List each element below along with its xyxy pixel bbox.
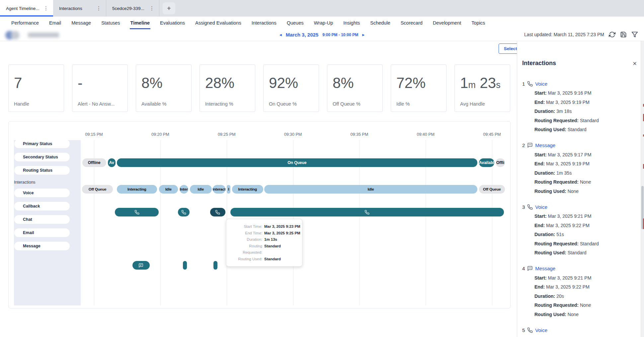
voice-interaction-bar[interactable] <box>178 208 190 216</box>
browser-tab-bar: Agent Timeline... ⋮ Interactions ⋮ 5cedc… <box>0 0 644 17</box>
routing-status-bar[interactable]: Interact <box>213 185 225 194</box>
refresh-icon[interactable] <box>609 31 615 38</box>
kebab-menu-icon[interactable]: ⋮ <box>43 5 49 11</box>
field-value: Mar 3, 2025 9:22 PM <box>546 223 590 228</box>
metric-card[interactable]: 7 Handle <box>8 64 64 112</box>
nav-tab[interactable]: Scorecard <box>400 17 423 29</box>
voice-interaction-bar[interactable] <box>115 208 159 216</box>
message-interaction-bar[interactable] <box>213 261 217 270</box>
save-icon[interactable] <box>620 31 627 38</box>
message-interaction-bar[interactable] <box>132 261 150 270</box>
row-label-pill[interactable]: Email <box>14 228 70 237</box>
date-label[interactable]: March 3, 2025 <box>286 32 318 38</box>
message-icon <box>138 263 143 268</box>
browser-tab[interactable]: Agent Timeline... ⋮ <box>0 0 53 17</box>
field-value: 1m 35s <box>556 170 572 176</box>
tooltip-label: Routing Used: <box>230 256 264 263</box>
routing-status-bar[interactable]: Interacting <box>232 185 263 194</box>
interaction-tooltip: Start Time: Mar 3, 2025 9:23 PM End Time… <box>226 219 302 267</box>
field-label: Duration: <box>534 294 555 299</box>
message-interaction-bar[interactable] <box>183 261 187 270</box>
interactions-panel: Interactions × 1 Voice Start:Mar 3, 2025… <box>517 41 644 337</box>
row-label-pill[interactable]: Callback <box>14 202 70 211</box>
nav-tab[interactable]: Interactions <box>251 17 277 29</box>
nav-tab[interactable]: Wrap-Up <box>313 17 334 29</box>
row-label-pill[interactable]: Chat <box>14 215 70 224</box>
row-label-pill[interactable]: Voice <box>14 189 70 197</box>
new-tab-button[interactable]: + <box>163 2 175 14</box>
primary-status-bar[interactable]: On Queue <box>117 158 477 167</box>
panel-scrollbar[interactable] <box>641 41 644 337</box>
metric-card[interactable]: 1m 23s Avg Handle <box>454 64 510 112</box>
field-value: Mar 3, 2025 9:21 PM <box>548 275 592 281</box>
interaction-field: Start:Mar 3, 2025 9:17 PM <box>522 150 634 160</box>
interaction-type-link[interactable]: Voice <box>535 204 547 210</box>
routing-status-bar[interactable]: Inter <box>180 185 188 194</box>
primary-status-bar[interactable]: Offline <box>82 158 106 167</box>
routing-status-bar[interactable]: Off Queue <box>82 185 113 194</box>
metric-card[interactable]: 92% On Queue % <box>263 64 319 112</box>
interaction-type-link[interactable]: Message <box>535 142 555 148</box>
routing-status-bar[interactable]: Interacting <box>117 185 157 194</box>
nav-tab[interactable]: Development <box>432 17 462 29</box>
nav-tab[interactable]: Timeline <box>130 17 151 29</box>
primary-status-bar[interactable]: Offli <box>496 158 505 167</box>
browser-tab[interactable]: 5cedce29-339... ⋮ <box>106 0 159 17</box>
panel-title: Interactions <box>522 60 556 67</box>
nav-tab[interactable]: Queues <box>286 17 304 29</box>
row-label-pill[interactable]: Routing Status <box>14 166 70 175</box>
voice-interaction-bar[interactable] <box>230 208 504 216</box>
primary-status-bar[interactable]: Availabl <box>479 158 494 167</box>
nav-tab[interactable]: Topics <box>471 17 486 29</box>
browser-tab[interactable]: Interactions ⋮ <box>53 0 106 17</box>
metric-card[interactable]: 72% Idle % <box>391 64 446 112</box>
interaction-type-link[interactable]: Voice <box>535 81 547 87</box>
routing-status-bar[interactable]: Off Queue <box>479 185 505 194</box>
nav-tab[interactable]: Assigned Evaluations <box>195 17 242 29</box>
routing-status-bar[interactable]: Idle <box>159 185 178 194</box>
kebab-menu-icon[interactable]: ⋮ <box>96 5 102 11</box>
row-label-pill[interactable]: Message <box>14 242 70 250</box>
browser-tab-label: Agent Timeline... <box>6 6 40 11</box>
field-label: Routing Used: <box>534 189 566 194</box>
close-icon[interactable]: × <box>633 60 637 67</box>
routing-status-bar[interactable]: Idle <box>190 185 212 194</box>
metric-card[interactable]: - Alert - No Answ... <box>72 64 128 112</box>
phone-icon <box>181 210 186 215</box>
routing-status-bar[interactable]: I <box>227 185 230 194</box>
field-value: Mar 3, 2025 9:22 PM <box>546 284 590 290</box>
interaction-type-link[interactable]: Message <box>535 266 555 271</box>
nav-tab[interactable]: Statuses <box>101 17 121 29</box>
metric-card[interactable]: 8% Available % <box>136 64 192 112</box>
nav-tab[interactable]: Performance <box>11 17 40 29</box>
metric-label: Interacting % <box>205 101 250 107</box>
previous-day-arrow-icon[interactable]: ◀ <box>280 33 282 37</box>
metric-card[interactable]: 8% Off Queue % <box>327 64 383 112</box>
row-label-pill[interactable]: Primary Status <box>14 139 70 148</box>
phone-icon <box>527 327 533 333</box>
field-label: Routing Used: <box>534 312 566 317</box>
interaction-field: End:Mar 3, 2025 9:22 PM <box>522 283 634 292</box>
metric-card[interactable]: 28% Interacting % <box>200 64 255 112</box>
routing-status-bar[interactable]: Idle <box>264 185 477 194</box>
kebab-menu-icon[interactable]: ⋮ <box>149 5 155 11</box>
interaction-type-link[interactable]: Voice <box>535 327 547 333</box>
tooltip-value: Mar 3, 2025 9:25 PM <box>264 230 300 237</box>
voice-interaction-bar[interactable] <box>210 208 225 216</box>
metric-value: 7 <box>14 75 58 91</box>
row-label-pill[interactable]: Secondary Status <box>14 153 70 161</box>
interaction-field: End:Mar 3, 2025 9:22 PM <box>522 221 634 230</box>
axis-tick-label: 09:15 PM <box>85 132 103 137</box>
next-day-arrow-icon[interactable]: ▶ <box>362 33 364 37</box>
nav-tab[interactable]: Message <box>71 17 92 29</box>
nav-tab[interactable]: Evaluations <box>159 17 186 29</box>
metric-label: Avg Handle <box>460 101 505 107</box>
last-updated-area: Last updated: March 11, 2025 7:23 PM <box>524 31 638 38</box>
primary-status-bar[interactable]: Av <box>108 158 116 167</box>
nav-tab[interactable]: Email <box>48 17 62 29</box>
field-value: Standard <box>580 241 599 246</box>
nav-tab[interactable]: Insights <box>343 17 361 29</box>
tooltip-value: 1m 13s <box>264 236 277 243</box>
nav-tab[interactable]: Schedule <box>369 17 391 29</box>
filter-icon[interactable] <box>631 31 638 38</box>
